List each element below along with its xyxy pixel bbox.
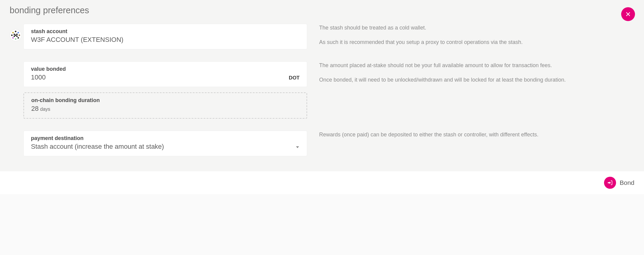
close-button[interactable]	[621, 7, 635, 21]
stash-account-value: W3F ACCOUNT (EXTENSION)	[31, 36, 300, 44]
svg-point-15	[15, 35, 17, 36]
svg-point-13	[17, 37, 19, 39]
value-bonded-unit: DOT	[289, 75, 300, 81]
svg-point-9	[19, 35, 20, 36]
svg-point-4	[12, 32, 14, 33]
value-bonded-input[interactable]	[31, 73, 284, 81]
svg-point-12	[12, 37, 14, 39]
chevron-down-icon	[295, 146, 300, 149]
close-icon	[625, 11, 631, 17]
bonded-help-1: The amount placed at-stake should not be…	[319, 61, 634, 70]
modal-title: bonding preferences	[10, 5, 634, 15]
svg-point-6	[11, 35, 13, 36]
stash-help-2: As such it is recommended that you setup…	[319, 38, 634, 47]
bonding-duration-value: 28	[31, 105, 38, 113]
payment-destination-field[interactable]: payment destination Stash account (incre…	[23, 131, 307, 156]
destination-help: Rewards (once paid) can be deposited to …	[319, 131, 634, 139]
svg-point-10	[14, 36, 15, 37]
svg-point-14	[15, 38, 17, 40]
value-bonded-field[interactable]: value bonded DOT	[23, 61, 307, 87]
bonding-duration-unit: days	[40, 107, 50, 112]
svg-point-7	[14, 33, 15, 35]
svg-marker-16	[296, 146, 299, 148]
stash-account-label: stash account	[31, 28, 300, 35]
stash-help-1: The stash should be treated as a cold wa…	[319, 24, 634, 32]
bonding-duration-field: on-chain bonding duration 28 days	[23, 92, 307, 119]
bond-button-label: Bond	[620, 179, 634, 186]
svg-point-11	[16, 36, 18, 37]
sign-in-icon	[607, 180, 613, 186]
payment-destination-label: payment destination	[31, 135, 300, 141]
bonding-duration-label: on-chain bonding duration	[31, 97, 299, 104]
value-bonded-label: value bonded	[31, 66, 300, 72]
modal-footer: Bond	[0, 171, 644, 194]
payment-destination-value: Stash account (increase the amount at st…	[31, 143, 291, 151]
svg-point-3	[15, 31, 17, 32]
bond-button[interactable]: Bond	[604, 177, 634, 189]
svg-point-8	[16, 33, 18, 35]
svg-point-5	[17, 32, 19, 33]
stash-identicon	[10, 29, 22, 41]
stash-account-field[interactable]: stash account W3F ACCOUNT (EXTENSION)	[23, 24, 307, 49]
bonded-help-2: Once bonded, it will need to be unlocked…	[319, 76, 634, 84]
